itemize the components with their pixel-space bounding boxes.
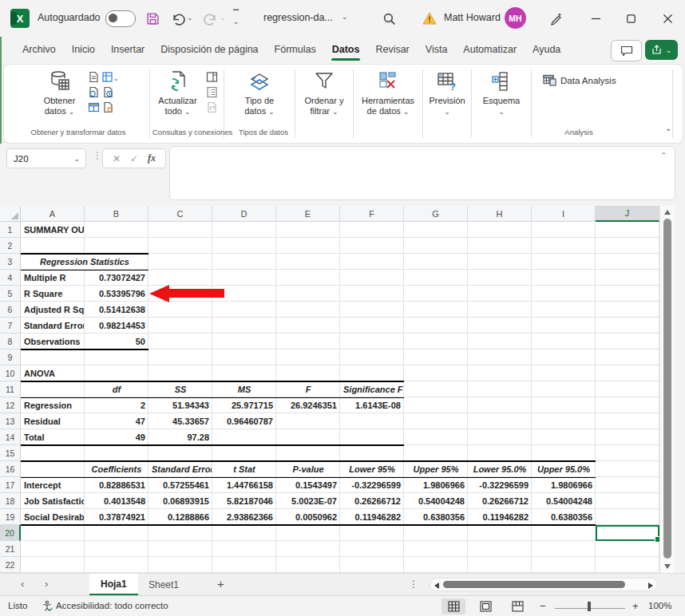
query-list-icon[interactable] bbox=[206, 86, 218, 98]
forecast-button[interactable]: ? Previsión⌄ bbox=[424, 69, 470, 117]
close-button[interactable] bbox=[651, 6, 683, 30]
cell-C17[interactable]: 0.57255461 bbox=[149, 478, 212, 492]
undo-dropdown-icon[interactable]: ⌄ bbox=[187, 14, 193, 22]
row-header-15[interactable]: 15 bbox=[0, 445, 21, 461]
row-header-12[interactable]: 12 bbox=[0, 397, 21, 413]
page-break-view-button[interactable] bbox=[505, 598, 529, 614]
accessibility-icon[interactable] bbox=[42, 600, 53, 612]
row-header-6[interactable]: 6 bbox=[0, 302, 21, 318]
row-header-10[interactable]: 10 bbox=[0, 365, 21, 381]
name-box[interactable]: J20 ⌄ bbox=[6, 148, 86, 168]
accessibility-status[interactable]: Accesibilidad: todo correcto bbox=[56, 601, 168, 610]
cell-I19[interactable]: 0.6380356 bbox=[533, 510, 595, 524]
row-header-14[interactable]: 14 bbox=[0, 429, 21, 445]
cell-B5[interactable]: 0.53395796 bbox=[85, 286, 148, 301]
tab-ayuda[interactable]: Ayuda bbox=[525, 39, 568, 60]
row-header-20[interactable]: 20 bbox=[0, 525, 21, 541]
warning-icon[interactable] bbox=[421, 10, 438, 27]
collapse-ribbon-icon[interactable]: ⌄ bbox=[665, 124, 671, 132]
sort-filter-button[interactable]: Ordenar y filtrar ⌄ bbox=[299, 69, 350, 117]
column-header-B[interactable]: B bbox=[85, 206, 148, 222]
column-header-G[interactable]: G bbox=[404, 206, 468, 222]
scroll-down-icon[interactable] bbox=[664, 564, 671, 569]
cell-B4[interactable]: 0.73072427 bbox=[85, 270, 148, 285]
tab-inicio[interactable]: Inicio bbox=[64, 39, 103, 60]
cell-H18[interactable]: 0.26266712 bbox=[469, 494, 531, 508]
row-header-3[interactable]: 3 bbox=[0, 254, 21, 270]
cell-I16[interactable]: Upper 95.0% bbox=[533, 462, 595, 476]
column-header-C[interactable]: C bbox=[148, 206, 212, 222]
cell-B16[interactable]: Coefficients bbox=[85, 462, 148, 476]
sheet-tab-sheet1[interactable]: Sheet1 bbox=[137, 574, 190, 596]
from-table-icon[interactable]: ⌄ bbox=[102, 71, 118, 83]
zoom-out-button[interactable]: − bbox=[540, 600, 546, 612]
save-icon[interactable] bbox=[144, 10, 161, 27]
name-box-dropdown-icon[interactable]: ⌄ bbox=[73, 155, 80, 163]
row-header-1[interactable]: 1 bbox=[0, 222, 21, 238]
vertical-scroll-thumb[interactable] bbox=[663, 219, 671, 559]
launch-editor-icon[interactable] bbox=[102, 101, 114, 113]
cell-C19[interactable]: 0.1288866 bbox=[149, 510, 212, 524]
maximize-button[interactable] bbox=[615, 6, 647, 30]
comments-button[interactable] bbox=[611, 40, 642, 61]
cell-A13[interactable]: Residual bbox=[22, 414, 84, 428]
sparkle-pen-icon[interactable] bbox=[548, 10, 565, 27]
enter-icon[interactable]: ✓ bbox=[130, 153, 138, 164]
column-header-E[interactable]: E bbox=[276, 206, 340, 222]
cell-F11[interactable]: Significance F bbox=[341, 382, 403, 397]
cell-E11[interactable]: F bbox=[277, 382, 339, 397]
cell-D12[interactable]: 25.971715 bbox=[213, 398, 275, 413]
formula-bar-handle[interactable]: ⋮ bbox=[93, 150, 102, 161]
tabbar-handle[interactable]: ⋮ bbox=[409, 578, 418, 590]
cell-B6[interactable]: 0.51412638 bbox=[85, 302, 148, 317]
row-header-18[interactable]: 18 bbox=[0, 493, 21, 509]
formula-input[interactable]: ⌃ bbox=[169, 146, 675, 200]
existing-connections-icon[interactable] bbox=[88, 101, 100, 113]
row-header-22[interactable]: 22 bbox=[0, 557, 21, 573]
cell-F16[interactable]: Lower 95% bbox=[341, 462, 403, 476]
row-header-9[interactable]: 9 bbox=[0, 349, 21, 365]
vertical-scrollbar[interactable] bbox=[659, 206, 675, 573]
cell-B11[interactable]: df bbox=[85, 382, 148, 397]
cell-G17[interactable]: 1.9806966 bbox=[405, 478, 467, 492]
cell-A7[interactable]: Standard Error bbox=[22, 318, 84, 333]
row-header-4[interactable]: 4 bbox=[0, 270, 21, 286]
row-header-7[interactable]: 7 bbox=[0, 318, 21, 334]
scroll-right-icon[interactable] bbox=[648, 582, 653, 589]
add-sheet-button[interactable]: + bbox=[217, 577, 224, 590]
filename-dropdown-icon[interactable]: ⌄ bbox=[342, 13, 348, 21]
recent-sources-icon[interactable] bbox=[102, 86, 114, 98]
cell-D11[interactable]: MS bbox=[213, 382, 275, 397]
cell-A19[interactable]: Social Desirability bbox=[22, 510, 84, 524]
avatar[interactable]: MH bbox=[505, 7, 526, 29]
tab-revisar[interactable]: Revisar bbox=[367, 39, 417, 60]
cell-D17[interactable]: 1.44766158 bbox=[213, 478, 275, 492]
cell-I17[interactable]: 1.9806966 bbox=[533, 478, 595, 492]
tab-archivo[interactable]: Archivo bbox=[14, 39, 64, 60]
cell-F19[interactable]: 0.11946282 bbox=[341, 510, 403, 524]
cell-A5[interactable]: R Square bbox=[22, 286, 84, 301]
tab-datos[interactable]: Datos bbox=[324, 39, 368, 60]
column-header-I[interactable]: I bbox=[532, 206, 596, 222]
cell-B13[interactable]: 47 bbox=[85, 414, 148, 428]
scroll-up-icon[interactable] bbox=[664, 210, 671, 215]
cell-H17[interactable]: -0.32296599 bbox=[469, 478, 531, 492]
undo-icon[interactable] bbox=[169, 10, 187, 27]
cell-A6[interactable]: Adjusted R Square bbox=[22, 302, 84, 317]
row-header-13[interactable]: 13 bbox=[0, 413, 21, 429]
cell-E16[interactable]: P-value bbox=[277, 462, 339, 476]
cell-B19[interactable]: 0.37874921 bbox=[85, 510, 148, 524]
cell-B18[interactable]: 0.4013548 bbox=[85, 494, 148, 508]
select-all-corner[interactable] bbox=[0, 206, 21, 222]
cell-H19[interactable]: 0.11946282 bbox=[469, 510, 531, 524]
properties-icon[interactable] bbox=[206, 71, 218, 83]
prev-sheet-icon[interactable]: ‹ bbox=[21, 578, 24, 590]
cell-D18[interactable]: 5.82187046 bbox=[213, 494, 275, 508]
share-button[interactable]: ⌄ bbox=[645, 40, 678, 60]
get-data-button[interactable]: Obtener datos ⌄ bbox=[34, 69, 85, 117]
cell-A14[interactable]: Total bbox=[22, 430, 84, 444]
cell-C11[interactable]: SS bbox=[149, 382, 212, 397]
qat-overflow-icon[interactable]: ▔⌄ bbox=[233, 10, 240, 26]
cell-G18[interactable]: 0.54004248 bbox=[405, 494, 467, 508]
tab-formulas[interactable]: Fórmulas bbox=[267, 39, 324, 60]
